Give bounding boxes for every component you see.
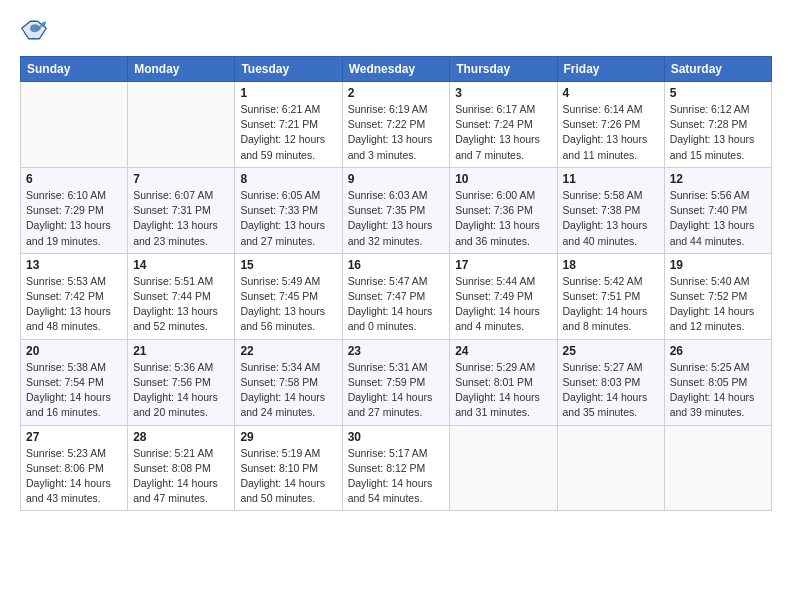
calendar-header-saturday: Saturday [664,57,771,82]
calendar-header-monday: Monday [128,57,235,82]
day-info: Sunrise: 5:36 AM Sunset: 7:56 PM Dayligh… [133,360,229,421]
calendar-cell: 25Sunrise: 5:27 AM Sunset: 8:03 PM Dayli… [557,339,664,425]
header [20,16,772,44]
day-info: Sunrise: 6:21 AM Sunset: 7:21 PM Dayligh… [240,102,336,163]
day-info: Sunrise: 6:17 AM Sunset: 7:24 PM Dayligh… [455,102,551,163]
calendar-cell: 16Sunrise: 5:47 AM Sunset: 7:47 PM Dayli… [342,253,450,339]
calendar-header-row: SundayMondayTuesdayWednesdayThursdayFrid… [21,57,772,82]
logo-icon [20,16,48,44]
calendar-cell: 18Sunrise: 5:42 AM Sunset: 7:51 PM Dayli… [557,253,664,339]
calendar-cell: 5Sunrise: 6:12 AM Sunset: 7:28 PM Daylig… [664,82,771,168]
calendar-cell: 27Sunrise: 5:23 AM Sunset: 8:06 PM Dayli… [21,425,128,511]
calendar-cell: 3Sunrise: 6:17 AM Sunset: 7:24 PM Daylig… [450,82,557,168]
day-number: 18 [563,258,659,272]
day-number: 13 [26,258,122,272]
day-number: 24 [455,344,551,358]
calendar-cell: 7Sunrise: 6:07 AM Sunset: 7:31 PM Daylig… [128,167,235,253]
day-number: 12 [670,172,766,186]
day-number: 16 [348,258,445,272]
calendar-cell: 17Sunrise: 5:44 AM Sunset: 7:49 PM Dayli… [450,253,557,339]
calendar-header-tuesday: Tuesday [235,57,342,82]
day-number: 4 [563,86,659,100]
calendar-cell: 1Sunrise: 6:21 AM Sunset: 7:21 PM Daylig… [235,82,342,168]
calendar-cell: 20Sunrise: 5:38 AM Sunset: 7:54 PM Dayli… [21,339,128,425]
calendar-cell: 15Sunrise: 5:49 AM Sunset: 7:45 PM Dayli… [235,253,342,339]
calendar-cell: 19Sunrise: 5:40 AM Sunset: 7:52 PM Dayli… [664,253,771,339]
calendar-cell: 10Sunrise: 6:00 AM Sunset: 7:36 PM Dayli… [450,167,557,253]
day-info: Sunrise: 5:31 AM Sunset: 7:59 PM Dayligh… [348,360,445,421]
calendar-cell: 2Sunrise: 6:19 AM Sunset: 7:22 PM Daylig… [342,82,450,168]
day-number: 7 [133,172,229,186]
calendar-week-3: 20Sunrise: 5:38 AM Sunset: 7:54 PM Dayli… [21,339,772,425]
calendar-cell [557,425,664,511]
calendar-week-2: 13Sunrise: 5:53 AM Sunset: 7:42 PM Dayli… [21,253,772,339]
day-number: 3 [455,86,551,100]
day-number: 10 [455,172,551,186]
day-number: 17 [455,258,551,272]
day-info: Sunrise: 5:25 AM Sunset: 8:05 PM Dayligh… [670,360,766,421]
calendar-cell: 6Sunrise: 6:10 AM Sunset: 7:29 PM Daylig… [21,167,128,253]
day-number: 5 [670,86,766,100]
calendar-cell: 13Sunrise: 5:53 AM Sunset: 7:42 PM Dayli… [21,253,128,339]
day-info: Sunrise: 5:34 AM Sunset: 7:58 PM Dayligh… [240,360,336,421]
day-info: Sunrise: 5:53 AM Sunset: 7:42 PM Dayligh… [26,274,122,335]
calendar-header-friday: Friday [557,57,664,82]
day-info: Sunrise: 5:42 AM Sunset: 7:51 PM Dayligh… [563,274,659,335]
calendar-cell: 21Sunrise: 5:36 AM Sunset: 7:56 PM Dayli… [128,339,235,425]
day-info: Sunrise: 5:27 AM Sunset: 8:03 PM Dayligh… [563,360,659,421]
calendar-cell [450,425,557,511]
day-info: Sunrise: 5:49 AM Sunset: 7:45 PM Dayligh… [240,274,336,335]
calendar-table: SundayMondayTuesdayWednesdayThursdayFrid… [20,56,772,511]
day-number: 1 [240,86,336,100]
calendar-cell: 8Sunrise: 6:05 AM Sunset: 7:33 PM Daylig… [235,167,342,253]
calendar-cell: 23Sunrise: 5:31 AM Sunset: 7:59 PM Dayli… [342,339,450,425]
day-info: Sunrise: 6:10 AM Sunset: 7:29 PM Dayligh… [26,188,122,249]
calendar-cell: 30Sunrise: 5:17 AM Sunset: 8:12 PM Dayli… [342,425,450,511]
calendar-cell [21,82,128,168]
day-info: Sunrise: 5:47 AM Sunset: 7:47 PM Dayligh… [348,274,445,335]
calendar-cell: 24Sunrise: 5:29 AM Sunset: 8:01 PM Dayli… [450,339,557,425]
calendar-cell: 14Sunrise: 5:51 AM Sunset: 7:44 PM Dayli… [128,253,235,339]
day-number: 27 [26,430,122,444]
day-info: Sunrise: 6:12 AM Sunset: 7:28 PM Dayligh… [670,102,766,163]
calendar-cell: 4Sunrise: 6:14 AM Sunset: 7:26 PM Daylig… [557,82,664,168]
day-info: Sunrise: 6:05 AM Sunset: 7:33 PM Dayligh… [240,188,336,249]
day-info: Sunrise: 5:51 AM Sunset: 7:44 PM Dayligh… [133,274,229,335]
calendar-week-1: 6Sunrise: 6:10 AM Sunset: 7:29 PM Daylig… [21,167,772,253]
day-info: Sunrise: 6:14 AM Sunset: 7:26 PM Dayligh… [563,102,659,163]
day-number: 2 [348,86,445,100]
day-number: 29 [240,430,336,444]
day-number: 28 [133,430,229,444]
calendar-cell [664,425,771,511]
day-info: Sunrise: 6:00 AM Sunset: 7:36 PM Dayligh… [455,188,551,249]
day-number: 6 [26,172,122,186]
calendar-cell: 29Sunrise: 5:19 AM Sunset: 8:10 PM Dayli… [235,425,342,511]
day-number: 19 [670,258,766,272]
day-info: Sunrise: 6:07 AM Sunset: 7:31 PM Dayligh… [133,188,229,249]
calendar-cell: 22Sunrise: 5:34 AM Sunset: 7:58 PM Dayli… [235,339,342,425]
day-info: Sunrise: 5:38 AM Sunset: 7:54 PM Dayligh… [26,360,122,421]
day-number: 23 [348,344,445,358]
calendar-header-wednesday: Wednesday [342,57,450,82]
calendar-cell: 26Sunrise: 5:25 AM Sunset: 8:05 PM Dayli… [664,339,771,425]
page: SundayMondayTuesdayWednesdayThursdayFrid… [0,0,792,612]
calendar-cell [128,82,235,168]
logo [20,16,52,44]
day-info: Sunrise: 6:03 AM Sunset: 7:35 PM Dayligh… [348,188,445,249]
day-info: Sunrise: 5:21 AM Sunset: 8:08 PM Dayligh… [133,446,229,507]
day-number: 25 [563,344,659,358]
day-number: 8 [240,172,336,186]
calendar-header-thursday: Thursday [450,57,557,82]
calendar-cell: 11Sunrise: 5:58 AM Sunset: 7:38 PM Dayli… [557,167,664,253]
day-number: 15 [240,258,336,272]
day-number: 30 [348,430,445,444]
day-info: Sunrise: 5:56 AM Sunset: 7:40 PM Dayligh… [670,188,766,249]
day-info: Sunrise: 5:58 AM Sunset: 7:38 PM Dayligh… [563,188,659,249]
day-number: 20 [26,344,122,358]
day-number: 26 [670,344,766,358]
day-number: 14 [133,258,229,272]
day-info: Sunrise: 5:29 AM Sunset: 8:01 PM Dayligh… [455,360,551,421]
calendar-week-0: 1Sunrise: 6:21 AM Sunset: 7:21 PM Daylig… [21,82,772,168]
day-info: Sunrise: 5:40 AM Sunset: 7:52 PM Dayligh… [670,274,766,335]
day-info: Sunrise: 6:19 AM Sunset: 7:22 PM Dayligh… [348,102,445,163]
